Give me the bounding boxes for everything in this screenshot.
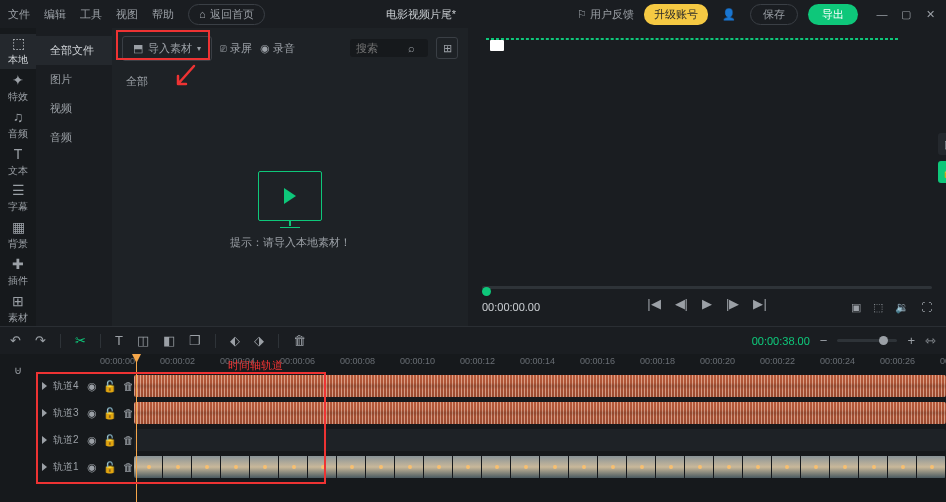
- progress-track[interactable]: [482, 286, 932, 289]
- close-icon[interactable]: ✕: [922, 6, 938, 22]
- skip-start-icon[interactable]: |◀: [647, 296, 660, 311]
- fit-icon[interactable]: ⇿: [925, 333, 936, 348]
- ratio-icon[interactable]: ⬚: [873, 301, 883, 314]
- mark-in-icon[interactable]: ⬖: [230, 333, 240, 348]
- sidebar-item-1[interactable]: ✦特效: [0, 71, 36, 106]
- next-frame-icon[interactable]: |▶: [726, 296, 739, 311]
- mark-out-icon[interactable]: ⬗: [254, 333, 264, 348]
- fullscreen-icon[interactable]: ⛶: [921, 301, 932, 314]
- ruler-tick: 00:00:02: [160, 356, 195, 366]
- magnet-icon[interactable]: ⊍: [14, 364, 22, 377]
- audio-clip[interactable]: [134, 375, 946, 397]
- zoom-out-icon[interactable]: −: [820, 333, 828, 348]
- menu-help[interactable]: 帮助: [152, 7, 174, 22]
- expand-icon[interactable]: [42, 436, 47, 444]
- sidebar-item-0[interactable]: ⬚本地: [0, 34, 36, 69]
- timeline-body[interactable]: 00:00:0000:00:0200:00:0400:00:0600:00:08…: [36, 354, 946, 502]
- skip-end-icon[interactable]: ▶|: [753, 296, 766, 311]
- feedback-button[interactable]: ⚐ 用户反馈: [577, 7, 634, 22]
- expand-icon[interactable]: [42, 409, 47, 417]
- sidebar-label: 素材: [8, 311, 28, 325]
- category-item-2[interactable]: 视频: [36, 94, 112, 123]
- main-menu: 文件 编辑 工具 视图 帮助: [8, 7, 174, 22]
- zoom-in-icon[interactable]: +: [907, 333, 915, 348]
- minimize-icon[interactable]: —: [874, 6, 890, 22]
- titlebar: 文件 编辑 工具 视图 帮助 ⌂ 返回首页 电影视频片尾* ⚐ 用户反馈 升级账…: [0, 0, 946, 28]
- menu-file[interactable]: 文件: [8, 7, 30, 22]
- media-panel: 全部文件图片视频音频 ⬒ 导入素材 ▾ ⎚ 录屏 ◉ 录音: [36, 28, 468, 326]
- snapshot-icon[interactable]: ▣: [851, 301, 861, 314]
- screen-record-button[interactable]: ⎚ 录屏: [220, 41, 252, 56]
- filter-all[interactable]: 全部: [112, 68, 468, 95]
- lock-track-icon[interactable]: 🔓: [103, 461, 117, 474]
- user-icon[interactable]: 👤: [718, 3, 740, 25]
- sidebar-label: 文本: [8, 164, 28, 178]
- search-input[interactable]: [356, 42, 402, 54]
- time-ruler[interactable]: 00:00:0000:00:0200:00:0400:00:0600:00:08…: [36, 354, 946, 374]
- export-button[interactable]: 导出: [808, 4, 858, 25]
- split-icon[interactable]: ✂: [75, 333, 86, 348]
- playhead[interactable]: [136, 354, 137, 502]
- layers-icon[interactable]: ❐: [189, 333, 201, 348]
- delete-icon[interactable]: 🗑: [293, 333, 306, 348]
- track-name: 轨道4: [53, 379, 81, 393]
- chevron-down-icon: ▾: [197, 44, 201, 53]
- visibility-icon[interactable]: ◉: [87, 407, 97, 420]
- filter-icon[interactable]: ◧: [163, 333, 175, 348]
- zoom-slider[interactable]: [837, 339, 897, 342]
- category-item-1[interactable]: 图片: [36, 65, 112, 94]
- redo-icon[interactable]: ↷: [35, 333, 46, 348]
- sidebar-item-2[interactable]: ♫音频: [0, 108, 36, 143]
- search-box[interactable]: ⌕: [350, 39, 428, 57]
- play-icon[interactable]: ▶: [702, 296, 712, 311]
- delete-track-icon[interactable]: 🗑: [123, 434, 134, 446]
- text-tool-icon[interactable]: T: [115, 333, 123, 348]
- grid-view-icon[interactable]: ⊞: [436, 37, 458, 59]
- sidebar-item-6[interactable]: ✚插件: [0, 255, 36, 290]
- volume-icon[interactable]: 🔉: [895, 301, 909, 314]
- category-item-0[interactable]: 全部文件: [36, 36, 112, 65]
- crop-icon[interactable]: ▣: [938, 133, 946, 155]
- menu-edit[interactable]: 编辑: [44, 7, 66, 22]
- ruler-tick: 00:00:12: [460, 356, 495, 366]
- prev-frame-icon[interactable]: ◀|: [675, 296, 688, 311]
- delete-track-icon[interactable]: 🗑: [123, 461, 134, 473]
- sidebar-icon: T: [14, 146, 23, 162]
- lock-track-icon[interactable]: 🔓: [103, 434, 117, 447]
- track-row: 轨道3◉🔓🗑: [36, 401, 946, 425]
- visibility-icon[interactable]: ◉: [87, 461, 97, 474]
- sidebar-item-5[interactable]: ▦背景: [0, 218, 36, 253]
- upgrade-button[interactable]: 升级账号: [644, 4, 708, 25]
- sidebar-item-3[interactable]: T文本: [0, 144, 36, 179]
- lock-icon[interactable]: 🔒: [938, 161, 946, 183]
- expand-icon[interactable]: [42, 463, 47, 471]
- save-button[interactable]: 保存: [750, 4, 798, 25]
- lock-track-icon[interactable]: 🔓: [103, 407, 117, 420]
- audio-record-button[interactable]: ◉ 录音: [260, 41, 295, 56]
- return-home-button[interactable]: ⌂ 返回首页: [188, 4, 265, 25]
- lock-track-icon[interactable]: 🔓: [103, 380, 117, 393]
- expand-icon[interactable]: [42, 382, 47, 390]
- empty-track[interactable]: [134, 429, 946, 451]
- import-button[interactable]: ⬒ 导入素材 ▾: [122, 36, 212, 61]
- visibility-icon[interactable]: ◉: [87, 380, 97, 393]
- menu-tool[interactable]: 工具: [80, 7, 102, 22]
- visibility-icon[interactable]: ◉: [87, 434, 97, 447]
- maximize-icon[interactable]: ▢: [898, 6, 914, 22]
- video-clip[interactable]: [134, 456, 946, 478]
- main-area: ⬚本地✦特效♫音频T文本☰字幕▦背景✚插件⊞素材 全部文件图片视频音频 ⬒ 导入…: [0, 28, 946, 326]
- audio-clip[interactable]: [134, 402, 946, 424]
- sidebar-item-7[interactable]: ⊞素材: [0, 291, 36, 326]
- mic-icon: ◉: [260, 42, 270, 55]
- category-item-3[interactable]: 音频: [36, 123, 112, 152]
- ruler-tick: 00:00:18: [640, 356, 675, 366]
- crop-tool-icon[interactable]: ◫: [137, 333, 149, 348]
- selection-frame[interactable]: [486, 38, 898, 40]
- progress-handle[interactable]: [482, 287, 491, 296]
- undo-icon[interactable]: ↶: [10, 333, 21, 348]
- menu-view[interactable]: 视图: [116, 7, 138, 22]
- delete-track-icon[interactable]: 🗑: [123, 380, 134, 392]
- zoom-handle[interactable]: [879, 336, 888, 345]
- sidebar-item-4[interactable]: ☰字幕: [0, 181, 36, 216]
- delete-track-icon[interactable]: 🗑: [123, 407, 134, 419]
